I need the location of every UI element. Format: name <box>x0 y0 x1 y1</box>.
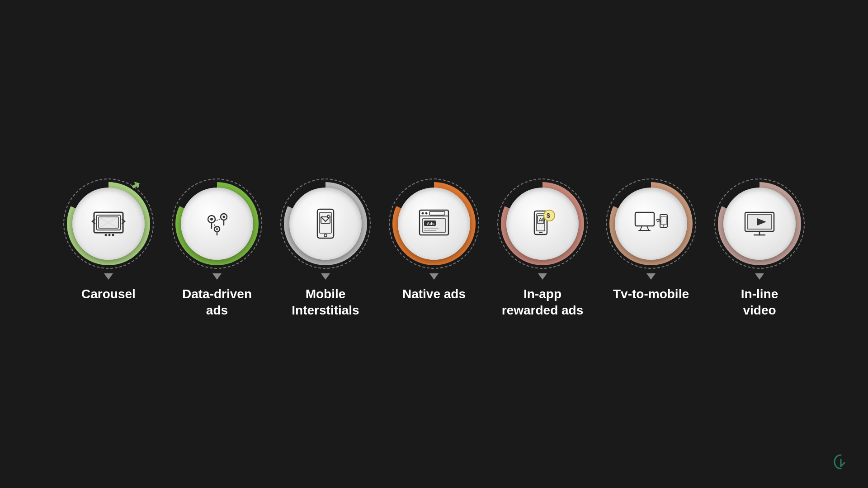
svg-marker-0 <box>132 181 140 189</box>
circle-carousel <box>63 178 154 269</box>
item-label: Native ads <box>402 286 466 302</box>
circle-in-line-video <box>714 178 805 269</box>
svg-text:$: $ <box>547 212 550 219</box>
inner-circle: AD $ <box>506 188 579 260</box>
svg-point-12 <box>223 216 225 218</box>
inner-circle: Ads <box>398 188 470 260</box>
native-ads-icon: Ads <box>416 206 452 242</box>
circle-native-ads: Ads <box>389 178 479 269</box>
item-label: Data-drivenads <box>182 286 252 319</box>
in-app-rewarded-icon: AD $ <box>524 206 561 242</box>
svg-point-10 <box>210 218 213 221</box>
brand-logo <box>832 453 850 474</box>
item-in-app-rewarded: AD $ In-apprewarded ads <box>488 178 597 319</box>
item-data-driven: Data-drivenads <box>163 178 271 319</box>
inner-circle <box>181 188 253 260</box>
svg-line-43 <box>647 226 649 230</box>
item-carousel: Carousel <box>54 178 163 302</box>
item-label: In-linevideo <box>741 286 778 319</box>
tv-to-mobile-icon <box>633 206 669 242</box>
arrow-down-indicator <box>212 273 222 280</box>
svg-point-8 <box>112 234 114 236</box>
inner-circle <box>615 188 687 260</box>
inner-circle <box>289 188 362 260</box>
arrow-down-indicator <box>646 273 656 280</box>
item-label: Tv-to-mobile <box>613 286 689 302</box>
main-container: Carousel <box>54 169 814 319</box>
svg-point-23 <box>324 234 327 237</box>
arrow-down-indicator <box>538 273 547 280</box>
inner-circle <box>72 188 145 260</box>
svg-rect-46 <box>661 216 666 225</box>
in-line-video-icon <box>741 206 778 242</box>
item-label: MobileInterstitials <box>292 286 359 319</box>
mobile-interstitials-icon <box>307 206 344 242</box>
item-in-line-video: In-linevideo <box>705 178 814 319</box>
item-native-ads: Ads Native ads <box>380 178 488 302</box>
circle-in-app-rewarded: AD $ <box>497 178 588 269</box>
item-mobile-interstitials: MobileInterstitials <box>271 178 380 319</box>
svg-rect-28 <box>429 211 445 215</box>
arrow-down-indicator <box>104 273 113 280</box>
svg-point-27 <box>425 212 428 214</box>
arrow-down-indicator <box>321 273 330 280</box>
svg-line-42 <box>640 226 642 230</box>
inner-circle <box>723 188 796 260</box>
circle-data-driven <box>172 178 262 269</box>
svg-point-6 <box>105 234 107 236</box>
item-tv-to-mobile: Tv-to-mobile <box>597 178 705 302</box>
svg-point-47 <box>663 225 665 226</box>
svg-point-7 <box>108 234 111 236</box>
arrow-down-indicator <box>429 273 439 280</box>
data-driven-icon <box>199 206 235 242</box>
svg-text:Ads: Ads <box>427 221 434 226</box>
item-label: In-apprewarded ads <box>502 286 584 319</box>
arrow-down-indicator <box>755 273 764 280</box>
item-label: Carousel <box>81 286 136 302</box>
carousel-icon <box>90 206 127 242</box>
svg-rect-41 <box>635 212 654 226</box>
circle-tv-to-mobile <box>606 178 696 269</box>
circle-mobile-interstitials <box>280 178 371 269</box>
ring-arrow-icon <box>132 181 140 189</box>
svg-rect-40 <box>539 232 542 233</box>
svg-point-26 <box>422 212 424 214</box>
